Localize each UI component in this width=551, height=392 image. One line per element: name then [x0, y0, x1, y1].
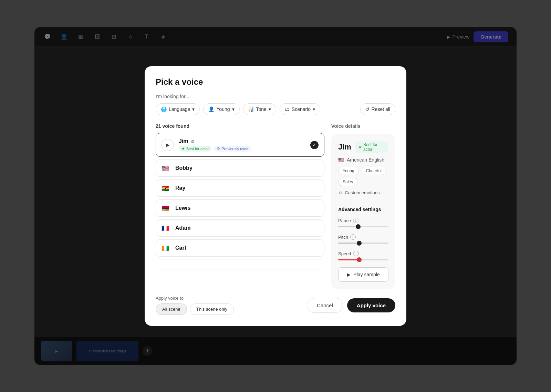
speed-label: Speed i: [338, 251, 388, 256]
jim-badge-actor: ★ Best for actor: [179, 146, 211, 152]
badge-actor-label: Best for actor: [363, 142, 385, 152]
star-icon: ★: [181, 146, 185, 151]
scene-options: All scene This scene only: [156, 303, 234, 315]
pause-label: Pause i: [338, 218, 388, 223]
voice-info-jim: Jim ☺ ★ Best for actor ⟳ Previo: [179, 138, 251, 152]
details-voice-name: Jim: [338, 143, 351, 152]
tag-young: Young: [338, 167, 359, 175]
all-scene-button[interactable]: All scene: [156, 303, 187, 315]
carl-flag: 🇨🇮: [162, 245, 171, 251]
chevron-down-icon: ▾: [192, 106, 195, 112]
cancel-button[interactable]: Cancel: [307, 298, 343, 313]
pitch-slider-row: Pitch i: [338, 234, 388, 244]
jim-badges: ★ Best for actor ⟳ Previously used: [179, 146, 251, 152]
speed-thumb[interactable]: [357, 257, 362, 262]
carl-name: Carl: [175, 245, 186, 251]
app-container: 💬 👤 ▦ 🖼 ⊞ ♫ T ◈ ▶ Preview Generate 93: [34, 27, 517, 365]
jim-check-icon: ✓: [310, 141, 319, 149]
jim-name: Jim: [179, 138, 188, 144]
adam-name: Adam: [175, 225, 190, 231]
person-filter-icon: 👤: [208, 106, 214, 112]
history-icon: ⟳: [217, 146, 220, 151]
details-section-title: Voice details: [331, 123, 395, 129]
play-sample-icon: ▶: [347, 272, 351, 277]
reset-icon: ↺: [365, 106, 370, 112]
voice-details-panel: Voice details Jim ★ Best for actor: [331, 123, 395, 289]
play-sample-label: Play sample: [353, 272, 380, 277]
emotions-icon: ☺: [338, 190, 343, 195]
pause-thumb[interactable]: [356, 224, 361, 229]
adam-flag: 🇫🇷: [162, 225, 171, 231]
age-filter-label: Young: [216, 106, 230, 112]
bobby-name: Bobby: [175, 165, 193, 171]
tone-filter-label: Tone: [256, 106, 267, 112]
tag-sales: Sales: [338, 178, 357, 186]
age-chevron-icon: ▾: [232, 106, 235, 112]
pitch-info-icon: i: [350, 234, 356, 240]
us-flag-icon: 🇺🇸: [338, 157, 344, 163]
speed-slider-track: [338, 259, 388, 260]
language-filter-label: Language: [169, 106, 190, 112]
advanced-settings-title: Advanced settings: [338, 207, 388, 212]
pause-slider-track: [338, 226, 388, 227]
looking-for-label: I'm looking for...: [156, 94, 395, 99]
voice-item-bobby[interactable]: 🇺🇸 Bobby: [156, 159, 324, 177]
speed-info-icon: i: [353, 251, 359, 256]
jim-badge-used: ⟳ Previously used: [214, 146, 251, 152]
details-language: 🇺🇸 American English: [338, 157, 388, 163]
ray-name: Ray: [175, 185, 185, 191]
voice-picker-modal: Pick a voice I'm looking for... 🌐 Langua…: [145, 66, 406, 326]
details-inner-panel: Jim ★ Best for actor 🇺🇸 American English: [331, 134, 395, 289]
tag-cheerful: Cheerful: [362, 167, 386, 175]
pause-slider-row: Pause i: [338, 218, 388, 227]
language-filter[interactable]: 🌐 Language ▾: [156, 103, 200, 115]
scenario-chevron-icon: ▾: [313, 106, 315, 112]
lewis-name: Lewis: [175, 205, 190, 211]
pause-info-icon: i: [353, 218, 358, 223]
language-label: American English: [347, 157, 384, 163]
voice-item-ray[interactable]: 🇬🇭 Ray: [156, 179, 324, 197]
modal-body: 21 voice found ▶ Jim ☺ ★: [156, 123, 395, 289]
voice-list: 21 voice found ▶ Jim ☺ ★: [156, 123, 324, 289]
reset-label: Reset all: [372, 106, 390, 112]
tone-filter[interactable]: 📊 Tone ▾: [243, 103, 276, 115]
play-sample-button[interactable]: ▶ Play sample: [338, 267, 388, 282]
modal-footer: Apply voice to All scene This scene only…: [156, 296, 395, 315]
scenario-filter-label: Scenario: [292, 106, 311, 112]
this-scene-button[interactable]: This scene only: [190, 303, 234, 315]
speed-fill: [338, 259, 359, 260]
voice-item-adam[interactable]: 🇫🇷 Adam: [156, 219, 324, 237]
pitch-fill: [338, 243, 359, 244]
lewis-flag: 🇦🇲: [162, 205, 171, 212]
divider: [338, 201, 388, 201]
play-jim-button[interactable]: ▶: [162, 139, 174, 151]
details-name-row: Jim ★ Best for actor: [338, 141, 388, 153]
apply-voice-to-label: Apply voice to: [156, 296, 234, 301]
voice-item-carl[interactable]: 🇨🇮 Carl: [156, 239, 324, 257]
tone-chevron-icon: ▾: [269, 106, 271, 112]
voice-item-jim[interactable]: ▶ Jim ☺ ★ Best for actor: [156, 133, 324, 157]
voice-item-more: [156, 259, 324, 270]
age-filter[interactable]: 👤 Young ▾: [203, 103, 239, 115]
pitch-thumb[interactable]: [357, 241, 362, 246]
voice-count: 21 voice found: [156, 123, 324, 129]
ray-flag: 🇬🇭: [162, 185, 171, 192]
modal-title: Pick a voice: [156, 77, 395, 87]
apply-voice-to: Apply voice to All scene This scene only: [156, 296, 234, 315]
voice-item-lewis[interactable]: 🇦🇲 Lewis: [156, 199, 324, 217]
reset-all-button[interactable]: ↺ Reset all: [360, 103, 395, 115]
pitch-label: Pitch i: [338, 234, 388, 240]
jim-emoji: ☺: [190, 138, 195, 144]
modal-overlay: Pick a voice I'm looking for... 🌐 Langua…: [34, 27, 517, 365]
pitch-slider-track: [338, 243, 388, 244]
speed-slider-row: Speed i: [338, 251, 388, 260]
details-badge-actor: ★ Best for actor: [355, 141, 388, 153]
pause-fill: [338, 226, 358, 227]
scenario-filter[interactable]: 🗂 Scenario ▾: [280, 103, 320, 115]
apply-voice-button[interactable]: Apply voice: [347, 298, 395, 312]
footer-actions: Cancel Apply voice: [307, 298, 395, 313]
scenario-icon: 🗂: [285, 106, 290, 112]
bobby-flag: 🇺🇸: [162, 165, 171, 172]
star-icon-2: ★: [358, 145, 362, 149]
tone-icon: 📊: [248, 106, 254, 112]
